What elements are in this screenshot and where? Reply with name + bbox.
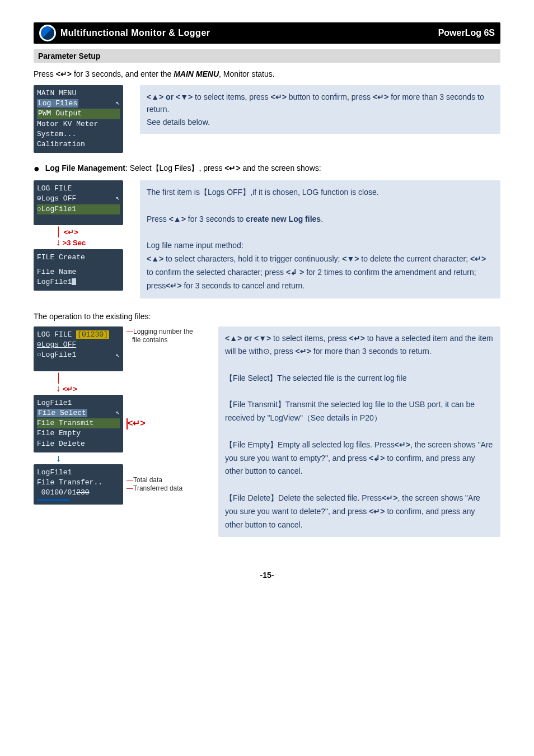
cursor-icon: ↖ <box>116 194 120 203</box>
lcd-row: ○LogFile1 <box>37 204 120 214</box>
file-ops-note: <▲> or <▼> to select items, press <↵> to… <box>218 326 500 538</box>
section-title: Parameter Setup <box>34 49 500 63</box>
down-arrow-icon: ↓ <box>56 452 61 464</box>
lcd-row: File Transmit <box>37 418 120 428</box>
lcd-title: LogFile1 <box>37 398 120 408</box>
log-file-list-lcd: LOG FILE [01230] ⊙Logs OFF ↖ ○LogFile1 <box>34 326 123 371</box>
lcd-item: System... <box>37 129 120 139</box>
lcd-row: File Empty <box>37 428 120 438</box>
logging-count-annotation: —Logging number the file contains <box>127 328 193 345</box>
lcd-item: Log Files <box>37 99 78 108</box>
lcd-row: ⊙Logs OFF <box>37 194 120 204</box>
cursor-icon: ↖ <box>116 351 120 361</box>
lcd-title: LOG FILE <box>37 184 120 194</box>
lcd-row: File Select <box>37 409 87 417</box>
lcd-title: MAIN MENU <box>37 88 120 99</box>
progress-bar <box>37 499 70 501</box>
file-transfer-lcd: LogFile1 File Transfer.. 00100/01230 <box>34 464 123 505</box>
file-create-lcd: FILE Create File Name LogFile1 <box>34 249 123 291</box>
lcd-item: PWM Output <box>37 109 120 119</box>
lcd-item: Motor KV Meter <box>37 119 120 129</box>
lcd-title: FILE Create <box>37 253 120 263</box>
intro-text: Press <↵> for 3 seconds, and enter the M… <box>34 69 500 78</box>
header-title: Multifunctional Monitor & Logger <box>60 28 210 38</box>
lcd-row: ⊙Logs OFF <box>37 340 120 350</box>
file-operation-diagram: LOG FILE [01230] ⊙Logs OFF ↖ ○LogFile1 —… <box>34 326 202 505</box>
hold-arrow-label: │ <↵> ↓ >3 Sec <box>56 226 86 248</box>
brand-logo <box>39 25 56 41</box>
lcd-row: File Name <box>37 267 120 277</box>
lcd-title: LOG FILE [01230] <box>37 330 120 340</box>
lcd-row: 00100/01230 <box>37 488 120 498</box>
page-header: Multifunctional Monitor & Logger PowerLo… <box>34 22 500 44</box>
press-arrow: │ ↓ <↵> <box>56 372 77 394</box>
file-action-menu-lcd: LogFile1 ↖ File Select File Transmit Fil… <box>34 395 123 452</box>
log-file-mgmt-heading: ● Log File Management: Select【Log Files】… <box>34 163 500 175</box>
page-number: -15- <box>34 571 500 580</box>
lcd-row: File Transfer.. <box>37 478 120 488</box>
cursor-icon: ↖ <box>116 99 120 108</box>
main-menu-note: <▲> or <▼> to select items, press <↵> bu… <box>140 85 500 134</box>
log-file-note: The first item is【Logs OFF】,if it is cho… <box>140 180 500 298</box>
lcd-item: Calibration <box>37 139 120 150</box>
operation-heading: The operation to the existing files: <box>34 312 500 321</box>
transfer-annotation: —Total data —Transferred data <box>127 476 182 493</box>
lcd-row: LogFile1 <box>37 277 120 287</box>
log-file-lcd: LOG FILE ↖ ⊙Logs OFF ○LogFile1 <box>34 180 123 225</box>
cursor-icon: ↖ <box>116 408 120 418</box>
main-menu-lcd: MAIN MENU ↖ Log Files PWM Output Motor K… <box>34 85 123 153</box>
lcd-title: LogFile1 <box>37 468 120 478</box>
lcd-row: ○LogFile1 <box>37 350 120 360</box>
press-arrow-right: <↵> <box>127 418 146 430</box>
lcd-row: File Delete <box>37 439 120 449</box>
header-product: PowerLog 6S <box>438 28 495 38</box>
